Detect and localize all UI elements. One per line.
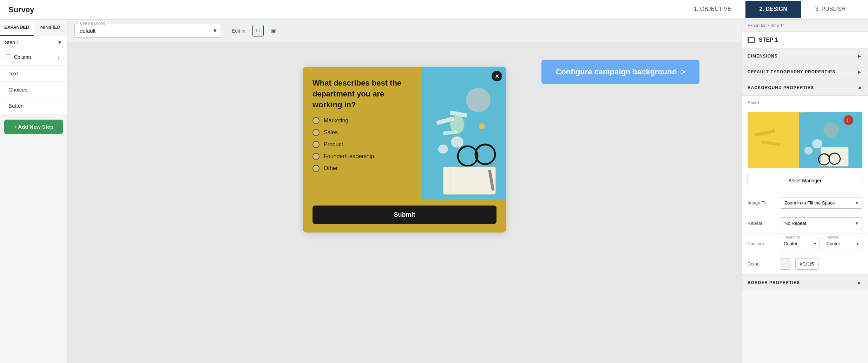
sidebar-item-choices[interactable]: Choices: [0, 82, 67, 98]
configure-campaign-background-button[interactable]: Configure campaign background >: [541, 60, 699, 84]
survey-choices: Marketing Sales Product: [313, 117, 412, 172]
step-selector-label: Step 1: [5, 40, 57, 45]
svg-line-7: [475, 154, 478, 155]
horizontal-position-select[interactable]: Center Left Right: [780, 238, 820, 249]
step-icon: [748, 37, 755, 43]
svg-point-12: [438, 144, 448, 154]
asset-label: Asset: [742, 96, 868, 107]
close-button[interactable]: ✕: [492, 71, 502, 81]
image-fit-row: Image Fit Zoom in to Fill the Space Fit …: [742, 193, 868, 213]
color-value: #f1f1f5: [795, 258, 818, 270]
page-title: Survey: [8, 5, 674, 14]
survey-question: What describes best the department you a…: [313, 78, 412, 110]
tab-objective[interactable]: 1. OBJECTIVE: [680, 1, 745, 18]
arrow-icon: >: [681, 67, 685, 76]
chevron-down-icon: ▼: [857, 85, 862, 90]
sidebar-item-button[interactable]: Button: [0, 98, 67, 114]
sidebar-item-text[interactable]: Text: [0, 66, 67, 82]
sidebar-tab-minified[interactable]: MINIFIED: [34, 20, 67, 36]
chevron-down-icon: ▼: [57, 40, 62, 45]
column-checkbox[interactable]: [6, 54, 11, 60]
vertical-label: Vertical: [826, 235, 840, 239]
background-section-content: Asset: [742, 96, 868, 275]
step-header: STEP 1: [742, 32, 868, 48]
step-label: STEP 1: [759, 37, 778, 43]
tab-publish[interactable]: 3. PUBLISH: [801, 1, 860, 18]
column-menu-icon[interactable]: ⋮: [55, 53, 61, 61]
repeat-row: Repeat No Repeat Repeat Repeat X Repeat …: [742, 213, 868, 234]
step-selector[interactable]: Step 1 ▼: [0, 36, 67, 49]
image-fit-label: Image Fit: [748, 200, 776, 206]
column-label: Column: [14, 54, 31, 60]
chevron-right-icon: ►: [857, 280, 862, 285]
submit-button[interactable]: Submit: [313, 206, 497, 224]
svg-text:!: !: [847, 118, 848, 123]
breadcrumb: Expanded • Step 1: [742, 20, 868, 32]
horizontal-label: Horizontal: [783, 235, 801, 239]
vertical-position-select[interactable]: Center Top Bottom: [823, 238, 863, 249]
choice-marketing[interactable]: Marketing: [313, 117, 412, 124]
color-swatch[interactable]: [780, 258, 791, 270]
svg-point-19: [812, 139, 822, 148]
mobile-icon[interactable]: ▣: [267, 25, 280, 36]
locale-select[interactable]: default: [74, 24, 222, 38]
locale-label: Current Locale: [79, 21, 107, 25]
svg-rect-22: [821, 147, 848, 167]
background-section-header[interactable]: BACKGROUND PROPERTIES ▼: [742, 80, 868, 96]
chevron-right-icon: ►: [857, 69, 862, 75]
border-section-header[interactable]: BORDER PROPERTIES ►: [742, 275, 868, 290]
svg-point-18: [823, 122, 839, 137]
chevron-down-icon: ▼: [212, 28, 218, 34]
chevron-right-icon: ►: [857, 53, 862, 59]
choice-other[interactable]: Other: [313, 165, 412, 172]
background-image-preview: !: [748, 112, 862, 168]
choice-sales[interactable]: Sales: [313, 129, 412, 136]
choice-product[interactable]: Product: [313, 141, 412, 148]
add-new-step-button[interactable]: + Add New Step: [4, 120, 63, 134]
svg-point-1: [466, 88, 491, 112]
typography-section-header[interactable]: DEFAULT TYPOGRAPHY PROPERTIES ►: [742, 64, 868, 80]
sidebar-tab-expanded[interactable]: EXPANDED: [0, 20, 34, 36]
column-item: Column ⋮: [0, 49, 67, 66]
position-row: Position Horizontal Center Left Right ▼ …: [742, 234, 868, 254]
svg-rect-16: [748, 113, 799, 168]
desktop-icon[interactable]: □: [252, 25, 264, 36]
choice-founder-leadership[interactable]: Founder/Leadership: [313, 153, 412, 160]
color-row: Color #f1f1f5: [742, 254, 868, 274]
survey-card: ✕ What describes best the department you…: [303, 67, 506, 233]
edit-in-label: Edit in: [232, 28, 245, 34]
color-label: Color: [748, 261, 776, 267]
dimensions-section-header[interactable]: DIMENSIONS ►: [742, 48, 868, 64]
survey-background-image: [422, 67, 506, 200]
tab-design[interactable]: 2. DESIGN: [745, 1, 801, 18]
svg-point-10: [479, 123, 485, 129]
image-fit-select[interactable]: Zoom in to Fill the Space Fit Stretch No…: [780, 197, 862, 209]
svg-point-11: [451, 136, 463, 148]
svg-point-20: [804, 147, 813, 155]
svg-rect-8: [443, 167, 496, 195]
svg-rect-15: [749, 38, 754, 42]
top-nav-tabs: 1. OBJECTIVE 2. DESIGN 3. PUBLISH: [680, 1, 860, 18]
repeat-label: Repeat: [748, 221, 776, 226]
svg-point-14: [450, 115, 464, 134]
asset-manager-button[interactable]: Asset Manager: [748, 174, 862, 187]
repeat-select[interactable]: No Repeat Repeat Repeat X Repeat Y: [780, 217, 862, 229]
position-label: Position: [748, 241, 776, 246]
